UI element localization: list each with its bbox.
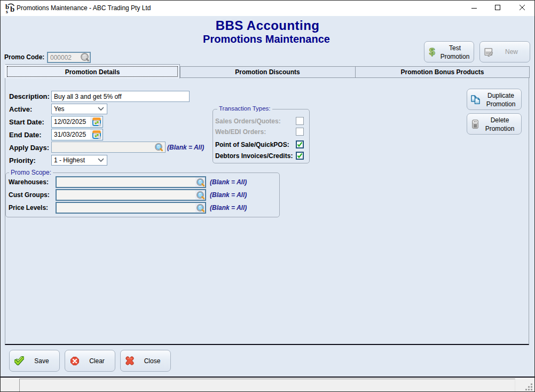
svg-text:s: s [6,9,8,14]
svg-text:b: b [10,5,14,13]
